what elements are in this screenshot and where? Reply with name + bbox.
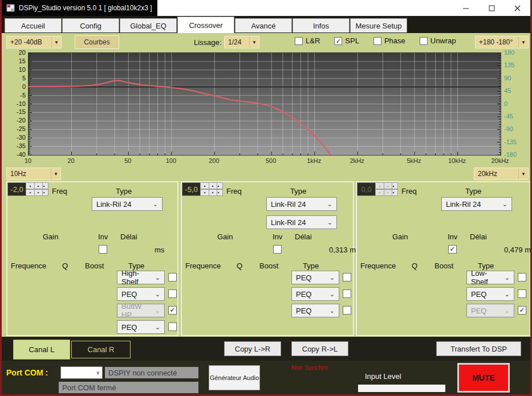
spin-up-icon[interactable]: ▲ xyxy=(208,182,217,189)
spin-down-icon[interactable]: ▼ xyxy=(383,189,392,196)
tab-crossover[interactable]: Crossover xyxy=(177,17,234,33)
peq-bypass-checkbox[interactable] xyxy=(343,273,351,281)
peq-type-select[interactable]: PEQ⌄ xyxy=(291,287,339,301)
lissage-label: Lissage: xyxy=(194,38,221,47)
chevron-down-icon: ⌄ xyxy=(505,291,510,298)
xover-type-select[interactable]: Link-Ril 24⌄ xyxy=(266,215,337,229)
peq-type-select[interactable]: PEQ⌄ xyxy=(117,320,165,334)
peq-type-select[interactable]: PEQ⌄ xyxy=(466,304,514,317)
peq-bypass-checkbox[interactable] xyxy=(343,289,351,298)
check-icon: ✓ xyxy=(449,245,455,253)
peq-bypass-checkbox[interactable] xyxy=(168,289,177,298)
db-range-select[interactable]: +20 -40dB ▼ xyxy=(6,36,62,48)
tab-global-eq[interactable]: Global_EQ xyxy=(120,18,177,32)
y-axis-phase-label: 90 xyxy=(504,75,511,81)
mute-label: MUTE xyxy=(459,365,508,391)
lissage-select[interactable]: 1/24 ▼ xyxy=(224,36,259,48)
spin-down-icon[interactable]: ▼ xyxy=(208,189,217,196)
chevron-down-icon: ⌄ xyxy=(327,219,332,226)
xover-type-select[interactable]: Link-Ril 24⌄ xyxy=(441,197,512,211)
peq-header: Q xyxy=(62,262,68,270)
peq-bypass-checkbox[interactable] xyxy=(518,289,526,298)
checkbox-l-r[interactable]: L&R xyxy=(295,36,320,45)
canal-l-tab[interactable]: Canal L xyxy=(13,340,70,360)
peq-boost-spinner-value[interactable]: -5,0 xyxy=(182,182,200,196)
peq-boost-spinner: -2,0▲▼ xyxy=(7,182,35,196)
canal-r-tab[interactable]: Canal R xyxy=(71,341,131,358)
peq-bypass-checkbox[interactable] xyxy=(518,273,526,281)
minimize-icon[interactable] xyxy=(453,0,479,16)
peq-type-select[interactable]: ButtW HP⌄ xyxy=(117,304,165,317)
checkbox-box[interactable] xyxy=(373,37,381,45)
spin-up-icon[interactable]: ▲ xyxy=(383,182,392,189)
tab-mesure-setup[interactable]: Mesure Setup xyxy=(350,18,407,32)
checkbox-label: L&R xyxy=(306,36,320,45)
chevron-down-icon: ⌄ xyxy=(330,274,335,281)
spin-down-icon[interactable]: ▼ xyxy=(200,189,209,196)
xover-type-select[interactable]: Link-Ril 24⌄ xyxy=(92,197,163,211)
xover-type-select-value: Link-Ril 24 xyxy=(96,200,131,209)
spin-up-icon[interactable]: ▲ xyxy=(375,182,384,189)
tab-infos[interactable]: Infos xyxy=(293,18,350,32)
delai-label: Délai xyxy=(120,232,137,241)
inv-checkbox[interactable] xyxy=(99,245,107,254)
peq-bypass-checkbox[interactable] xyxy=(168,273,177,281)
peq-type-select[interactable]: PEQ⌄ xyxy=(291,304,339,317)
transfert-to-dsp-button[interactable]: Transfert To DSP xyxy=(436,341,521,356)
checkbox-spl[interactable]: ✓SPL xyxy=(334,36,359,45)
peq-bypass-checkbox[interactable] xyxy=(168,322,177,331)
close-icon[interactable] xyxy=(505,0,530,16)
tab-config[interactable]: Config xyxy=(62,18,119,32)
tab-avanc-[interactable]: Avancé xyxy=(235,18,292,32)
copy-rl-button[interactable]: Copy R->L xyxy=(291,341,348,356)
xover-type-select[interactable]: Link-Ril 24⌄ xyxy=(266,197,337,211)
peq-bypass-checkbox[interactable]: ✓ xyxy=(168,306,177,315)
peq-type-select[interactable]: High-Shelf⌄ xyxy=(117,271,165,284)
delai-label: Délai xyxy=(295,232,312,241)
courbes-button[interactable]: Courbes xyxy=(75,35,119,49)
spin-up-icon[interactable]: ▲ xyxy=(200,182,209,189)
checkbox-box[interactable] xyxy=(295,37,303,45)
freq-high-select[interactable]: 20kHz ▼ xyxy=(474,168,529,180)
chevron-down-icon: ▼ xyxy=(51,168,60,179)
peq-header: Boost xyxy=(85,262,104,270)
checkbox-phase[interactable]: Phase xyxy=(373,36,405,45)
peq-header: Type xyxy=(303,262,319,270)
checkbox-unwrap[interactable]: Unwrap xyxy=(420,36,456,45)
checkbox-box[interactable] xyxy=(420,37,428,45)
peq-boost-spinner-value[interactable]: 0,0 xyxy=(357,182,375,196)
checkbox-box[interactable]: ✓ xyxy=(334,37,342,45)
maximize-icon[interactable] xyxy=(479,0,505,16)
peq-boost-spinner-value[interactable]: -2,0 xyxy=(7,182,26,196)
spin-up-icon[interactable]: ▲ xyxy=(26,182,35,189)
peq-bypass-checkbox[interactable] xyxy=(343,306,351,315)
peq-type-select[interactable]: PEQ⌄ xyxy=(117,287,165,301)
inv-checkbox[interactable]: ✓ xyxy=(448,245,457,254)
high-panel: HighFreqType2680▲▼Link-Ril 24⌄GainInvDél… xyxy=(356,181,531,336)
chevron-down-icon: ∨ xyxy=(96,370,100,375)
inv-checkbox[interactable] xyxy=(273,245,282,254)
peq-type-select[interactable]: PEQ⌄ xyxy=(291,271,339,284)
spin-down-icon[interactable]: ▼ xyxy=(375,189,384,196)
spin-down-icon[interactable]: ▼ xyxy=(26,189,35,196)
xover-type-select-value: Link-Ril 24 xyxy=(446,200,481,209)
peq-header: Frequence xyxy=(185,262,221,270)
mute-button[interactable]: MUTE xyxy=(457,363,510,393)
freq-low-select[interactable]: 10Hz ▼ xyxy=(6,168,61,180)
peq-type-select[interactable]: PEQ⌄ xyxy=(466,287,514,301)
input-level-label: Input Level xyxy=(365,372,401,381)
chevron-down-icon: ⌄ xyxy=(153,201,158,208)
chevron-down-icon: ⌄ xyxy=(502,201,507,208)
peq-bypass-checkbox[interactable]: ✓ xyxy=(518,306,526,315)
peq-type-select-value: PEQ xyxy=(471,307,486,315)
peq-type-select[interactable]: Low-Shelf⌄ xyxy=(466,271,514,284)
freq-label: Freq xyxy=(52,187,67,195)
spin-down-icon[interactable]: ▼ xyxy=(34,189,43,196)
generateur-audio-button[interactable]: Générateur Audio xyxy=(209,365,260,390)
spin-up-icon[interactable]: ▲ xyxy=(34,182,43,189)
port-com-select[interactable]: ∨ xyxy=(60,366,103,379)
y-axis-phase-label: 0 xyxy=(504,100,507,107)
copy-lr-button[interactable]: Copy L->R xyxy=(224,341,281,356)
phase-range-select[interactable]: +180 -180° ▼ xyxy=(475,36,529,48)
tab-accueil[interactable]: Accueil xyxy=(5,18,62,32)
